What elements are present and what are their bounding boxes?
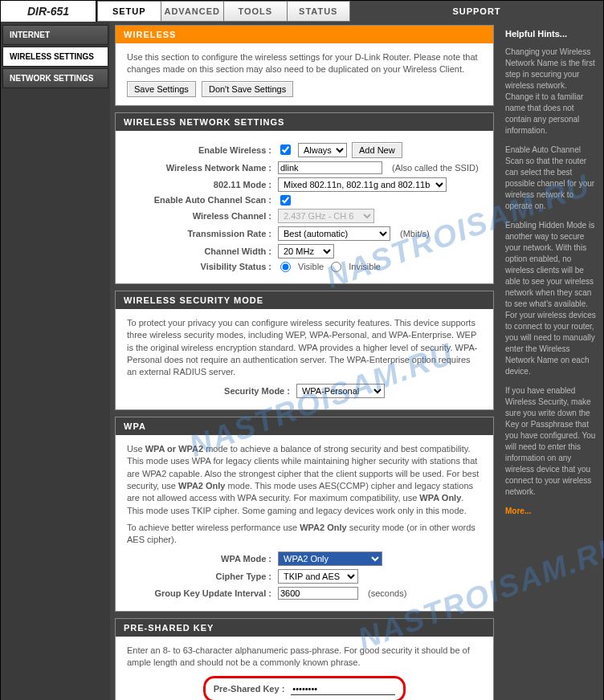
hints-p1: Changing your Wireless Network Name is t…	[505, 47, 597, 136]
psk-input[interactable]	[291, 683, 395, 695]
channel-select: 2.437 GHz - CH 6	[278, 209, 374, 223]
wpa-desc2: To achieve better wireless performance u…	[127, 522, 482, 547]
tab-support[interactable]: SUPPORT	[350, 1, 603, 22]
hints-more-link[interactable]: More...	[505, 507, 531, 515]
section-wsm-title: WIRELESS SECURITY MODE	[116, 291, 493, 309]
model-label: DIR-651	[1, 1, 97, 22]
mode-select[interactable]: Mixed 802.11n, 802.11g and 802.11b	[278, 177, 447, 192]
enable-wireless-checkbox[interactable]	[280, 144, 291, 155]
visibility-label: Visibility Status :	[127, 262, 271, 271]
hints-p4: If you have enabled Wireless Security, m…	[505, 385, 597, 498]
visibility-invisible-text: Invisible	[349, 262, 381, 271]
wsm-desc: To protect your privacy you can configur…	[127, 317, 482, 379]
auto-chan-label: Enable Auto Channel Scan :	[127, 195, 271, 205]
section-wpa-title: WPA	[116, 417, 493, 435]
enable-wireless-label: Enable Wireless :	[127, 145, 271, 155]
cipher-select[interactable]: TKIP and AES	[278, 569, 358, 584]
tab-status[interactable]: STATUS	[288, 1, 351, 22]
hints-p3: Enabling Hidden Mode is another way to s…	[505, 220, 597, 377]
main-content: NASTROISAM.RU NASTROISAM.RU NASTROISAM.R…	[110, 22, 499, 700]
psk-label: Pre-Shared Key :	[214, 684, 285, 694]
add-new-button[interactable]: Add New	[352, 142, 402, 158]
section-psk-title: PRE-SHARED KEY	[116, 619, 493, 637]
ssid-label: Wireless Network Name :	[127, 163, 271, 173]
hints-panel: Helpful Hints... Changing your Wireless …	[499, 22, 603, 700]
auto-chan-checkbox[interactable]	[280, 195, 291, 206]
hints-p2: Enable Auto Channel Scan so that the rou…	[505, 144, 597, 212]
channel-label: Wireless Channel :	[127, 211, 271, 221]
schedule-select[interactable]: Always	[298, 143, 347, 157]
sidebar-item-wireless[interactable]: WIRELESS SETTINGS	[2, 47, 108, 67]
rate-select[interactable]: Best (automatic)	[278, 226, 390, 241]
sidebar-item-internet[interactable]: INTERNET	[2, 25, 108, 45]
gkui-label: Group Key Update Interval :	[127, 588, 271, 598]
width-label: Channel Width :	[127, 246, 271, 256]
tab-tools[interactable]: TOOLS	[224, 1, 288, 22]
save-button[interactable]: Save Settings	[127, 81, 196, 97]
cipher-label: Cipher Type :	[127, 572, 271, 581]
wpa-mode-label: WPA Mode :	[127, 554, 271, 564]
rate-label: Transmission Rate :	[127, 229, 271, 238]
wpa-mode-select[interactable]: WPA2 Only	[278, 551, 382, 566]
hints-title: Helpful Hints...	[505, 28, 597, 40]
ssid-input[interactable]	[278, 161, 382, 174]
tab-setup[interactable]: SETUP	[97, 1, 161, 22]
section-wns-title: WIRELESS NETWORK SETTINGS	[116, 113, 493, 131]
security-mode-select[interactable]: WPA-Personal	[296, 384, 385, 398]
width-select[interactable]: 20 MHz	[278, 244, 334, 258]
ssid-note: (Also called the SSID)	[392, 163, 479, 173]
tab-advanced[interactable]: ADVANCED	[161, 1, 225, 22]
wireless-intro: Use this section to configure the wirele…	[127, 51, 482, 76]
security-mode-label: Security Mode :	[224, 386, 290, 396]
psk-highlight: Pre-Shared Key :	[203, 676, 406, 700]
psk-desc: Enter an 8- to 63-character alphanumeric…	[127, 645, 482, 669]
mode-label: 802.11 Mode :	[127, 180, 271, 189]
rate-unit: (Mbit/s)	[400, 229, 430, 238]
sidebar-item-network[interactable]: NETWORK SETTINGS	[2, 68, 108, 88]
wpa-desc1: Use WPA or WPA2 mode to achieve a balanc…	[127, 443, 482, 517]
visibility-visible-radio[interactable]	[280, 262, 291, 272]
sidebar: INTERNET WIRELESS SETTINGS NETWORK SETTI…	[1, 22, 110, 700]
gkui-input[interactable]	[278, 587, 358, 600]
gkui-unit: (seconds)	[368, 588, 406, 598]
section-wireless-title: WIRELESS	[116, 26, 493, 43]
visibility-visible-text: Visible	[298, 262, 324, 271]
dont-save-button[interactable]: Don't Save Settings	[202, 81, 293, 97]
visibility-invisible-radio[interactable]	[331, 262, 341, 272]
